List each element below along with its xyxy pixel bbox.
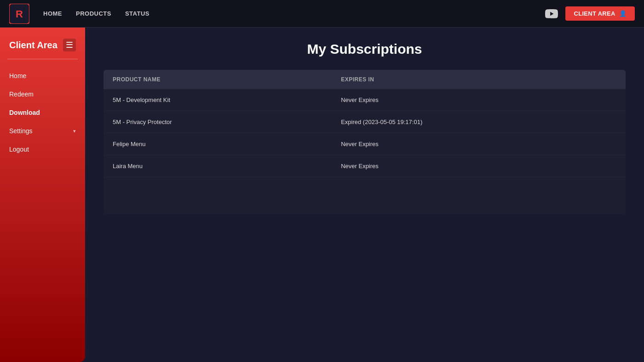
client-area-button[interactable]: CLIENT AREA 👤	[565, 6, 635, 21]
sidebar-divider	[7, 59, 78, 59]
sidebar-item-logout[interactable]: Logout	[0, 140, 85, 158]
navbar-links: HOME PRODUCTS STATUS	[43, 10, 545, 17]
main-content: My Subscriptions PRODUCT NAME EXPIRES IN…	[85, 28, 644, 362]
page-layout: Client Area ☰ Home Redeem Download Setti…	[0, 28, 644, 362]
youtube-icon[interactable]	[545, 9, 558, 18]
subscriptions-table: PRODUCT NAME EXPIRES IN 5M - Development…	[104, 70, 626, 214]
expires-cell: Never Expires	[332, 133, 626, 155]
sidebar-menu-icon[interactable]: ☰	[63, 39, 76, 51]
navbar-link-home[interactable]: HOME	[43, 10, 62, 17]
expires-cell: Never Expires	[332, 89, 626, 111]
table-header: PRODUCT NAME EXPIRES IN	[104, 70, 626, 89]
sidebar-item-home[interactable]: Home	[0, 67, 85, 85]
sidebar: Client Area ☰ Home Redeem Download Setti…	[0, 28, 85, 362]
sidebar-item-download[interactable]: Download	[0, 103, 85, 122]
svg-text:R: R	[16, 8, 23, 20]
sidebar-item-settings[interactable]: Settings ▾	[0, 122, 85, 140]
table-header-row: PRODUCT NAME EXPIRES IN	[104, 70, 626, 89]
logo[interactable]: R	[9, 4, 29, 24]
user-icon: 👤	[619, 10, 627, 17]
table-row[interactable]: 5M - Privacy Protector Expired (2023-05-…	[104, 111, 626, 133]
navbar-link-status[interactable]: STATUS	[125, 10, 150, 17]
navbar-link-products[interactable]: PRODUCTS	[76, 10, 111, 17]
expires-cell: Expired (2023-05-05 19:17:01)	[332, 111, 626, 133]
table-row[interactable]: Laira Menu Never Expires	[104, 155, 626, 177]
sidebar-header: Client Area ☰	[0, 28, 85, 59]
column-expires-in: EXPIRES IN	[332, 70, 626, 89]
page-title: My Subscriptions	[104, 41, 626, 57]
table-row[interactable]: 5M - Development Kit Never Expires	[104, 89, 626, 111]
navbar: R HOME PRODUCTS STATUS CLIENT AREA 👤	[0, 0, 644, 28]
product-name-cell: Laira Menu	[104, 155, 332, 177]
column-product-name: PRODUCT NAME	[104, 70, 332, 89]
navbar-right: CLIENT AREA 👤	[545, 6, 635, 21]
product-name-cell: 5M - Development Kit	[104, 89, 332, 111]
empty-cell	[104, 177, 626, 215]
table-body: 5M - Development Kit Never Expires 5M - …	[104, 89, 626, 214]
sidebar-nav: Home Redeem Download Settings ▾ Logout	[0, 63, 85, 162]
table-row[interactable]: Felipe Menu Never Expires	[104, 133, 626, 155]
product-name-cell: 5M - Privacy Protector	[104, 111, 332, 133]
sidebar-item-redeem[interactable]: Redeem	[0, 85, 85, 103]
table-row-empty	[104, 177, 626, 215]
expires-cell: Never Expires	[332, 155, 626, 177]
chevron-icon: ▾	[73, 128, 76, 134]
sidebar-title: Client Area	[9, 40, 58, 51]
product-name-cell: Felipe Menu	[104, 133, 332, 155]
